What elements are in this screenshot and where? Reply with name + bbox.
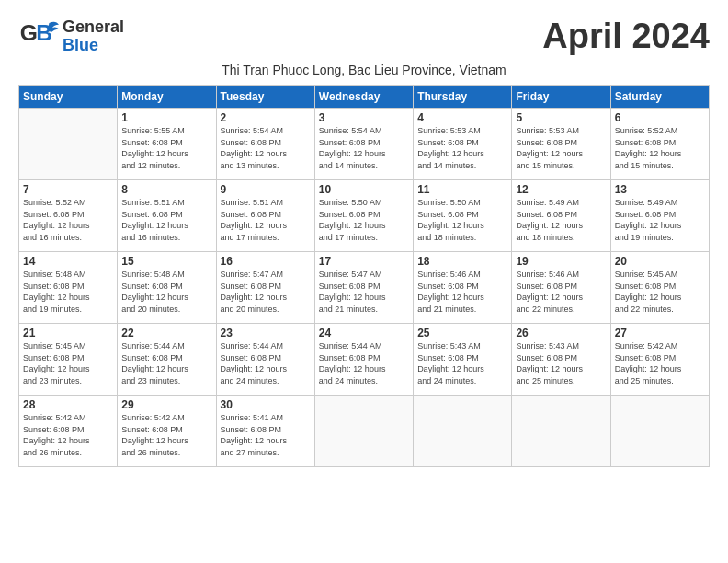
day-info: Sunrise: 5:55 AM Sunset: 6:08 PM Dayligh… [121,125,211,171]
day-cell: 2Sunrise: 5:54 AM Sunset: 6:08 PM Daylig… [216,109,314,180]
day-cell: 25Sunrise: 5:43 AM Sunset: 6:08 PM Dayli… [414,324,512,396]
day-cell: 12Sunrise: 5:49 AM Sunset: 6:08 PM Dayli… [512,180,610,252]
day-info: Sunrise: 5:42 AM Sunset: 6:08 PM Dayligh… [121,412,211,458]
day-number: 24 [319,327,409,339]
day-number: 29 [121,398,211,411]
day-cell: 1Sunrise: 5:55 AM Sunset: 6:08 PM Daylig… [118,109,216,180]
day-number: 5 [516,111,606,124]
day-info: Sunrise: 5:52 AM Sunset: 6:08 PM Dayligh… [23,197,113,243]
day-cell: 22Sunrise: 5:44 AM Sunset: 6:08 PM Dayli… [118,324,216,396]
day-info: Sunrise: 5:42 AM Sunset: 6:08 PM Dayligh… [23,412,113,458]
day-cell: 21Sunrise: 5:45 AM Sunset: 6:08 PM Dayli… [19,324,118,396]
week-row-3: 14Sunrise: 5:48 AM Sunset: 6:08 PM Dayli… [19,252,710,324]
day-number: 21 [23,327,113,339]
header: G B General Blue April 2024 [18,17,710,57]
day-cell: 3Sunrise: 5:54 AM Sunset: 6:08 PM Daylig… [314,109,413,180]
logo-words: General Blue [63,18,124,55]
month-title: April 2024 [542,17,710,56]
day-number: 28 [23,398,113,411]
day-number: 8 [121,183,211,196]
day-cell: 20Sunrise: 5:45 AM Sunset: 6:08 PM Dayli… [610,252,709,324]
day-cell: 13Sunrise: 5:49 AM Sunset: 6:08 PM Dayli… [610,180,709,252]
day-number: 3 [319,111,409,124]
day-info: Sunrise: 5:44 AM Sunset: 6:08 PM Dayligh… [319,340,409,386]
day-number: 2 [221,111,311,124]
day-info: Sunrise: 5:47 AM Sunset: 6:08 PM Dayligh… [221,269,311,315]
day-cell: 11Sunrise: 5:50 AM Sunset: 6:08 PM Dayli… [414,180,512,252]
day-info: Sunrise: 5:49 AM Sunset: 6:08 PM Dayligh… [516,197,606,243]
logo: G B General Blue [18,17,124,57]
day-number: 9 [221,183,311,196]
svg-text:G: G [20,20,38,45]
col-header-friday: Friday [512,86,610,109]
day-info: Sunrise: 5:50 AM Sunset: 6:08 PM Dayligh… [319,197,409,243]
day-info: Sunrise: 5:49 AM Sunset: 6:08 PM Dayligh… [615,197,705,243]
day-info: Sunrise: 5:44 AM Sunset: 6:08 PM Dayligh… [121,340,211,386]
day-number: 4 [417,111,507,124]
day-info: Sunrise: 5:48 AM Sunset: 6:08 PM Dayligh… [121,269,211,315]
col-header-monday: Monday [118,86,216,109]
day-info: Sunrise: 5:51 AM Sunset: 6:08 PM Dayligh… [221,197,311,243]
day-info: Sunrise: 5:43 AM Sunset: 6:08 PM Dayligh… [417,340,507,386]
day-info: Sunrise: 5:47 AM Sunset: 6:08 PM Dayligh… [319,269,409,315]
day-cell: 14Sunrise: 5:48 AM Sunset: 6:08 PM Dayli… [19,252,118,324]
day-number: 22 [121,327,211,339]
day-cell: 10Sunrise: 5:50 AM Sunset: 6:08 PM Dayli… [314,180,413,252]
day-info: Sunrise: 5:43 AM Sunset: 6:08 PM Dayligh… [516,340,606,386]
day-info: Sunrise: 5:54 AM Sunset: 6:08 PM Dayligh… [221,125,311,171]
day-cell: 9Sunrise: 5:51 AM Sunset: 6:08 PM Daylig… [216,180,314,252]
col-header-wednesday: Wednesday [314,86,413,109]
day-info: Sunrise: 5:52 AM Sunset: 6:08 PM Dayligh… [615,125,705,171]
day-number: 14 [23,255,113,268]
day-number: 1 [121,111,211,124]
day-cell: 4Sunrise: 5:53 AM Sunset: 6:08 PM Daylig… [414,109,512,180]
logo-blue-text: Blue [63,37,124,55]
day-cell [414,396,512,467]
day-cell: 5Sunrise: 5:53 AM Sunset: 6:08 PM Daylig… [512,109,610,180]
week-row-4: 21Sunrise: 5:45 AM Sunset: 6:08 PM Dayli… [19,324,710,396]
col-header-tuesday: Tuesday [216,86,314,109]
day-number: 10 [319,183,409,196]
day-number: 12 [516,183,606,196]
day-number: 15 [121,255,211,268]
day-cell: 30Sunrise: 5:41 AM Sunset: 6:08 PM Dayli… [216,396,314,467]
day-cell: 28Sunrise: 5:42 AM Sunset: 6:08 PM Dayli… [19,396,118,467]
day-cell: 6Sunrise: 5:52 AM Sunset: 6:08 PM Daylig… [610,109,709,180]
day-info: Sunrise: 5:45 AM Sunset: 6:08 PM Dayligh… [23,340,113,386]
page: G B General Blue April 2024 Thi Tran Phu… [0,0,728,477]
day-cell [19,109,118,180]
week-row-1: 1Sunrise: 5:55 AM Sunset: 6:08 PM Daylig… [19,109,710,180]
day-number: 23 [221,327,311,339]
day-number: 20 [615,255,705,268]
logo-bird-icon: G B [18,17,59,57]
header-row: SundayMondayTuesdayWednesdayThursdayFrid… [19,86,710,109]
day-info: Sunrise: 5:54 AM Sunset: 6:08 PM Dayligh… [319,125,409,171]
day-number: 30 [221,398,311,411]
day-cell: 7Sunrise: 5:52 AM Sunset: 6:08 PM Daylig… [19,180,118,252]
day-info: Sunrise: 5:50 AM Sunset: 6:08 PM Dayligh… [417,197,507,243]
day-cell: 18Sunrise: 5:46 AM Sunset: 6:08 PM Dayli… [414,252,512,324]
day-cell: 27Sunrise: 5:42 AM Sunset: 6:08 PM Dayli… [610,324,709,396]
day-number: 26 [516,327,606,339]
day-number: 7 [23,183,113,196]
calendar-table: SundayMondayTuesdayWednesdayThursdayFrid… [18,85,710,467]
day-cell: 16Sunrise: 5:47 AM Sunset: 6:08 PM Dayli… [216,252,314,324]
day-number: 27 [615,327,705,339]
day-number: 13 [615,183,705,196]
day-info: Sunrise: 5:46 AM Sunset: 6:08 PM Dayligh… [516,269,606,315]
day-number: 6 [615,111,705,124]
day-cell [512,396,610,467]
day-info: Sunrise: 5:41 AM Sunset: 6:08 PM Dayligh… [221,412,311,458]
day-cell: 24Sunrise: 5:44 AM Sunset: 6:08 PM Dayli… [314,324,413,396]
logo-general-text: General [63,18,124,37]
day-number: 17 [319,255,409,268]
day-info: Sunrise: 5:53 AM Sunset: 6:08 PM Dayligh… [516,125,606,171]
day-info: Sunrise: 5:53 AM Sunset: 6:08 PM Dayligh… [417,125,507,171]
day-cell: 23Sunrise: 5:44 AM Sunset: 6:08 PM Dayli… [216,324,314,396]
col-header-saturday: Saturday [610,86,709,109]
day-number: 18 [417,255,507,268]
day-number: 11 [417,183,507,196]
day-info: Sunrise: 5:51 AM Sunset: 6:08 PM Dayligh… [121,197,211,243]
day-cell: 17Sunrise: 5:47 AM Sunset: 6:08 PM Dayli… [314,252,413,324]
day-info: Sunrise: 5:44 AM Sunset: 6:08 PM Dayligh… [221,340,311,386]
